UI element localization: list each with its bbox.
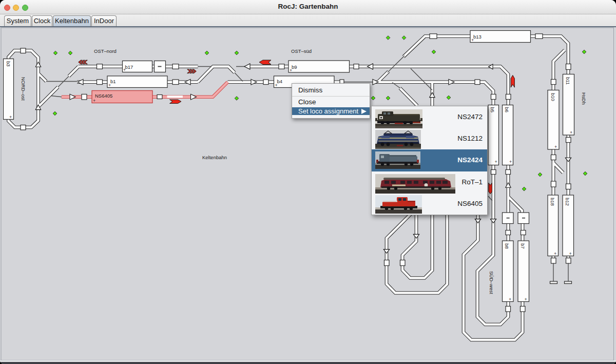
svg-text:b1: b1 [110,79,116,84]
svg-text:b13: b13 [473,34,482,40]
svg-text:NS6405: NS6405 [95,93,112,99]
svg-text:+: + [569,251,572,256]
svg-text:b11: b11 [565,77,571,85]
svg-text:+: + [525,297,527,302]
svg-text:b3: b3 [6,61,11,67]
svg-text:b17: b17 [125,64,133,70]
svg-text:OST–nord: OST–nord [94,48,117,54]
svg-text:+: + [290,68,292,73]
svg-text:b10: b10 [550,93,556,101]
svg-text:+: + [495,159,497,164]
svg-text:b5: b5 [490,107,495,113]
svg-text:+: + [570,130,572,135]
svg-text:Keltenbahn: Keltenbahn [202,155,227,160]
svg-text:b18: b18 [550,198,555,206]
svg-text:b4: b4 [277,79,283,84]
svg-text:+: + [554,144,557,149]
svg-text:+: + [471,37,474,43]
svg-text:+: + [9,114,12,120]
svg-text:b7: b7 [520,243,526,249]
svg-text:+: + [509,297,511,302]
svg-text:+: + [275,83,278,88]
svg-text:b6: b6 [504,107,510,113]
svg-text:b9: b9 [292,64,297,70]
svg-text:OST–süd: OST–süd [291,48,312,54]
svg-text:b8: b8 [504,243,510,249]
svg-text:+: + [108,83,111,88]
svg-text:b12: b12 [565,198,570,206]
svg-text:+: + [123,67,126,72]
svg-text:SÜD–west: SÜD–west [489,271,494,294]
svg-text:+: + [509,159,512,164]
svg-text:HsDh: HsDh [581,92,587,105]
svg-text:NORD–ost: NORD–ost [21,77,26,101]
svg-text:+: + [93,98,95,103]
svg-text:+: + [554,251,556,256]
